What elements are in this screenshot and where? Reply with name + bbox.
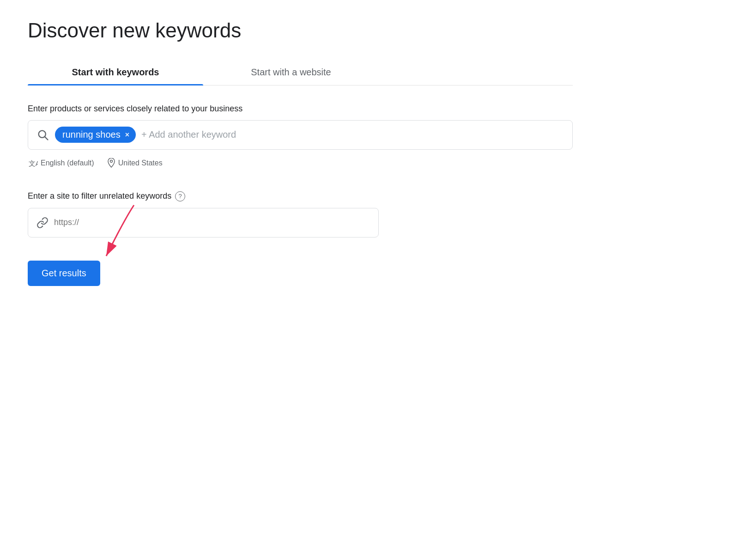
- translate-icon: 文A: [28, 158, 38, 168]
- language-selector[interactable]: 文A English (default): [28, 158, 94, 168]
- keyword-chip-close[interactable]: ×: [125, 131, 129, 139]
- filter-label-text: Enter a site to filter unrelated keyword…: [28, 191, 171, 201]
- tab-keywords-label: Start with keywords: [72, 67, 159, 77]
- keyword-search-box: running shoes × + Add another keyword: [28, 120, 573, 150]
- language-label: English (default): [41, 159, 94, 167]
- filter-help-icon[interactable]: ?: [175, 191, 185, 201]
- tabs-container: Start with keywords Start with a website: [28, 60, 573, 85]
- search-icon: [36, 128, 49, 141]
- svg-line-1: [45, 137, 48, 140]
- keywords-section-label: Enter products or services closely relat…: [28, 104, 573, 114]
- location-icon: [107, 158, 115, 168]
- url-input-box: [28, 208, 379, 237]
- tab-start-with-keywords[interactable]: Start with keywords: [28, 60, 203, 85]
- page-title: Discover new keywords: [28, 18, 573, 43]
- tab-start-with-website[interactable]: Start with a website: [203, 60, 379, 85]
- add-keyword-input[interactable]: + Add another keyword: [141, 129, 236, 140]
- get-results-button[interactable]: Get results: [28, 261, 100, 286]
- svg-point-3: [110, 160, 112, 162]
- url-input[interactable]: [54, 218, 370, 227]
- tab-website-label: Start with a website: [251, 67, 331, 77]
- svg-text:文A: 文A: [29, 159, 38, 167]
- location-label: United States: [118, 159, 163, 167]
- keyword-chip: running shoes ×: [55, 127, 136, 143]
- get-results-container: Get results: [28, 261, 100, 286]
- link-icon: [36, 217, 48, 229]
- keyword-chip-text: running shoes: [62, 129, 121, 140]
- lang-location-row: 文A English (default) United States: [28, 158, 573, 168]
- filter-section-label: Enter a site to filter unrelated keyword…: [28, 191, 573, 201]
- location-selector[interactable]: United States: [107, 158, 163, 168]
